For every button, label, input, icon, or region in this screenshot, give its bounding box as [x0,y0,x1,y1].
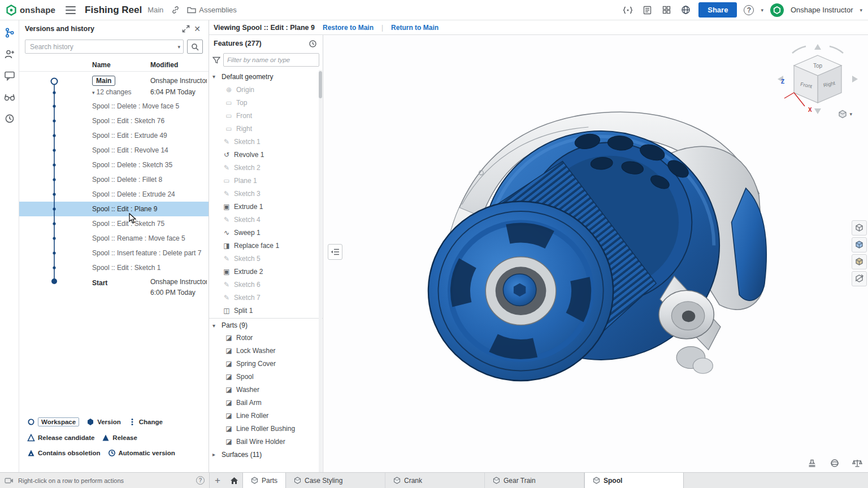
stamp-icon[interactable] [806,457,818,469]
feature-item[interactable]: ↺Revolve 1 [209,148,323,161]
search-history-input[interactable] [25,40,184,54]
view-cube-menu-button[interactable]: ▾ [838,110,852,119]
feature-item[interactable]: ▣Extrude 1 [209,200,323,213]
feature-item[interactable]: ✎Sketch 7 [209,291,323,304]
display-style-button[interactable] [852,237,867,252]
part-item[interactable]: ◪Bail Arm [209,396,323,409]
tab-crank[interactable]: Crank [385,473,485,488]
tree-item-label: Origin [236,86,254,94]
follow-mode-icon[interactable] [3,47,16,61]
tab-case-styling[interactable]: Case Styling [286,473,385,488]
history-clock-icon[interactable] [3,112,16,125]
chevron-down-icon[interactable]: ▾ [212,73,218,80]
appearance-button[interactable] [852,254,867,269]
rollback-clock-icon[interactable] [307,38,318,49]
versions-history-icon[interactable] [3,26,16,40]
tab-gear-train[interactable]: Gear Train [485,473,584,488]
feature-item[interactable]: ∿Sweep 1 [209,226,323,239]
tab-parts[interactable]: Parts [242,473,286,488]
tab-spool[interactable]: Spool [584,473,684,488]
group-surfaces[interactable]: ▸Surfaces (11) [209,448,323,461]
insert-tab-button[interactable]: + [210,473,225,488]
feature-item[interactable]: ✎Sketch 4 [209,213,323,226]
onshape-logo[interactable]: onshape [6,5,55,16]
feature-item[interactable]: ✎Sketch 3 [209,187,323,200]
main-menu-icon[interactable] [66,6,76,14]
part-item[interactable]: ◪Line Roller Bushing [209,422,323,435]
part-item[interactable]: ◪Spring Cover [209,357,323,370]
balance-scale-icon[interactable] [851,457,863,469]
learning-center-icon[interactable] [679,4,692,16]
feature-item[interactable]: ✎Sketch 1 [209,135,323,148]
part-item[interactable]: ◪Spool [209,370,323,383]
feature-item[interactable]: ◫Split 1 [209,304,323,317]
version-row-start[interactable]: Start Onshape Instructor 6:00 PM Today [19,276,209,300]
main-workspace-badge[interactable]: Main [92,76,115,86]
spectate-icon[interactable] [3,90,16,104]
history-change-row[interactable]: Spool :: Edit : Revolve 14 [19,143,209,158]
tab-label: Gear Train [504,477,536,485]
group-parts[interactable]: ▾Parts (9) [209,318,323,331]
history-change-row[interactable]: Spool :: Edit : Plane 9 [19,202,209,216]
link-icon[interactable] [169,4,181,16]
chevron-down-icon[interactable]: ▾ [212,323,218,329]
default-geometry-item[interactable]: ▭Front [209,109,323,122]
search-button[interactable] [187,40,203,54]
feature-item[interactable]: ✎Sketch 6 [209,278,323,291]
share-button[interactable]: Share [698,2,737,18]
help-icon[interactable]: ? [744,5,754,15]
help-caret-icon[interactable]: ▾ [761,7,763,13]
history-change-row[interactable]: Spool :: Edit : Sketch 75 [19,216,209,231]
return-to-main-link[interactable]: Return to Main [391,24,439,32]
history-change-row[interactable]: Spool :: Delete : Sketch 35 [19,158,209,172]
sketch-icon: ✎ [223,255,231,263]
sphere-icon[interactable] [828,457,841,469]
default-geometry-item[interactable]: ▭Top [209,96,323,109]
apps-grid-icon[interactable] [660,4,672,16]
home-tab-button[interactable] [225,473,242,488]
default-geometry-item[interactable]: ▭Right [209,122,323,135]
history-change-row[interactable]: Spool :: Edit : Sketch 76 [19,114,209,128]
section-view-button[interactable] [852,271,867,286]
feature-scrollbar-thumb[interactable] [319,71,322,98]
featurescript-icon[interactable] [622,4,634,16]
feature-item[interactable]: ✎Sketch 5 [209,252,323,265]
chevron-right-icon[interactable]: ▸ [212,451,218,457]
breadcrumb[interactable]: Assemblies [187,6,236,14]
restore-to-main-link[interactable]: Restore to Main [323,24,374,32]
part-item[interactable]: ◪Washer [209,383,323,396]
group-default-geometry[interactable]: ▾Default geometry [209,70,323,83]
workspace-row-main[interactable]: Main Onshape Instructor ▾12 changes 6:04… [19,75,209,99]
status-help-icon[interactable]: ? [196,476,205,485]
feature-filter-input[interactable] [223,53,319,67]
filter-icon[interactable] [212,56,220,64]
history-change-row[interactable]: Spool :: Rename : Move face 5 [19,231,209,246]
history-change-row[interactable]: Spool :: Delete : Extrude 24 [19,187,209,202]
history-change-row[interactable]: Spool :: Delete : Move face 5 [19,99,209,114]
feature-item[interactable]: ◨Replace face 1 [209,239,323,252]
feature-list-flyout-button[interactable] [328,244,342,260]
default-geometry-item[interactable]: ⊕Origin [209,83,323,96]
account-caret-icon[interactable]: ▾ [860,7,862,13]
avatar[interactable] [770,3,784,17]
notices-icon[interactable] [641,4,653,16]
feature-item[interactable]: ▣Extrude 2 [209,265,323,278]
comments-icon[interactable] [3,69,16,82]
fit-view-button[interactable] [852,220,867,236]
expand-panel-icon[interactable] [180,23,192,34]
part-item[interactable]: ◪Lock Washer [209,344,323,357]
history-change-row[interactable]: Spool :: Edit : Sketch 1 [19,260,209,275]
close-panel-icon[interactable]: ✕ [192,23,203,34]
history-change-row[interactable]: Spool :: Insert feature : Delete part 7 [19,246,209,260]
feature-item[interactable]: ▭Plane 1 [209,174,323,187]
changes-toggle[interactable]: ▾12 changes [92,88,132,96]
history-change-row[interactable]: Spool :: Edit : Extrude 49 [19,128,209,143]
feature-item[interactable]: ✎Sketch 2 [209,161,323,174]
sketch-icon: ✎ [223,138,231,146]
part-item[interactable]: ◪Line Roller [209,409,323,422]
graphics-viewport[interactable]: Top Front Right Z X ▾ [323,35,868,472]
history-change-row[interactable]: Spool :: Delete : Fillet 8 [19,172,209,187]
part-item[interactable]: ◪Rotor [209,331,323,344]
part-item[interactable]: ◪Bail Wire Holder [209,435,323,448]
search-options-caret-icon[interactable]: ▾ [177,44,180,50]
